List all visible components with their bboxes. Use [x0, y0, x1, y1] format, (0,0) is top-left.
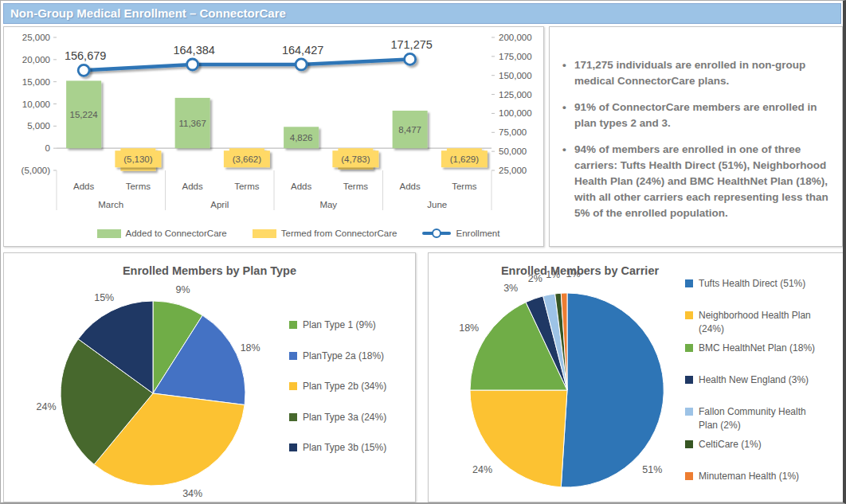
pie-percent-label: 34% [182, 488, 202, 499]
enrollment-value-label: 171,275 [390, 38, 432, 51]
left-axis-tick-label: 20,000 [22, 55, 50, 64]
left-axis-tick-label: 25,000 [22, 33, 50, 42]
category-label: Terms [343, 182, 369, 191]
legend-swatch [289, 321, 297, 329]
pie-percent-label: 3% [503, 283, 518, 294]
right-axis-tick-label: 25,000 [499, 166, 527, 175]
enrollment-combo-chart: 25,00020,00015,00010,0005,0000(5,000)200… [4, 27, 543, 223]
legend-label: BMC HealthNet Plan (18%) [699, 342, 815, 354]
legend-swatch [289, 443, 297, 451]
legend-swatch [685, 376, 693, 384]
month-label: April [210, 200, 229, 209]
legend-item: Neighborhood Health Plan (24%) [685, 309, 824, 336]
carrier-pie-panel[interactable]: Enrolled Members by Carrier 51%24%18%3%2… [428, 252, 844, 502]
pie-percent-label: 15% [94, 292, 114, 303]
legend-swatch [685, 440, 693, 448]
left-axis-tick-label: 10,000 [22, 100, 50, 109]
plan-type-pie-chart: 9%18%34%24%15% [4, 253, 415, 502]
category-label: Adds [73, 182, 94, 191]
pie-percent-label: 51% [642, 464, 662, 475]
summary-bullet: 94% of members are enrolled in one of th… [561, 142, 834, 221]
legend-label: Minuteman Health (1%) [699, 471, 799, 482]
pie-percent-label: 18% [241, 342, 260, 354]
legend-label: CeltiCare (1%) [699, 439, 762, 450]
legend-label: Tufts Health Direct (51%) [699, 278, 805, 289]
legend-item: Enrollment [422, 229, 499, 238]
right-axis-tick-label: 100,000 [499, 108, 532, 118]
adds-value-label: 8,477 [398, 125, 421, 135]
pie-percent-label: 18% [459, 322, 479, 334]
terms-value-label: (1,629) [450, 154, 480, 164]
legend-item: CeltiCare (1%) [685, 438, 824, 451]
terms-value-label: (4,783) [341, 154, 370, 164]
legend-swatch [289, 382, 297, 390]
category-label: Terms [452, 182, 477, 191]
enrollment-marker [78, 64, 89, 76]
legend-item: Minuteman Health (1%) [685, 470, 824, 483]
month-label: June [427, 200, 447, 209]
legend-item: Plan Type 1 (9%) [289, 318, 429, 332]
right-axis-tick-label: 75,000 [499, 127, 527, 137]
legend-swatch [685, 472, 693, 480]
month-label: May [319, 200, 337, 209]
enrollment-marker [296, 59, 307, 70]
summary-bullet: 171,275 individuals are enrolled in non-… [561, 57, 834, 89]
enrollment-combo-chart-panel[interactable]: 25,00020,00015,00010,0005,0000(5,000)200… [3, 26, 544, 247]
legend-item: Added to ConnectorCare [97, 229, 227, 238]
legend-swatch [685, 311, 693, 319]
legend-label: Neighborhood Health Plan (24%) [699, 310, 811, 334]
month-label: March [98, 200, 123, 209]
enrollment-marker [405, 53, 416, 64]
summary-panel: 171,275 individuals are enrolled in non-… [549, 26, 843, 247]
adds-value-label: 15,224 [70, 110, 99, 119]
enrollment-value-label: 164,384 [173, 44, 214, 57]
legend-item: Plan Type 3a (24%) [289, 411, 429, 424]
legend-item: PlanType 2a (18%) [289, 350, 429, 363]
enrollment-value-label: 156,679 [65, 49, 106, 62]
legend-item: Tufts Health Direct (51%) [685, 277, 824, 291]
right-axis-tick-label: 175,000 [499, 52, 532, 61]
legend-swatch [685, 408, 693, 416]
legend-label: Termed from ConnectorCare [281, 229, 398, 238]
category-label: Terms [234, 182, 260, 191]
legend-item: Plan Type 3b (15%) [289, 441, 429, 455]
pie-percent-label: 24% [472, 464, 492, 475]
connectorcare-dashboard: Non-Group Medical Enrollment – Connector… [0, 0, 846, 504]
enrollment-line [84, 59, 410, 70]
enrollment-value-label: 164,427 [282, 44, 323, 57]
legend-label: PlanType 2a (18%) [303, 350, 384, 361]
category-label: Terms [126, 182, 151, 191]
pie-percent-label: 1% [546, 269, 560, 280]
enrollment-line-swatch [422, 232, 451, 236]
legend-label: Enrollment [456, 229, 499, 238]
legend-label: Plan Type 3a (24%) [303, 412, 386, 423]
legend-swatch [97, 229, 121, 238]
summary-bullet-list: 171,275 individuals are enrolled in non-… [550, 27, 842, 221]
pie-percent-label: 2% [528, 273, 542, 284]
left-axis-tick-label: 0 [45, 143, 50, 153]
page-title: Non-Group Medical Enrollment – Connector… [3, 3, 841, 24]
right-axis-tick-label: 50,000 [499, 147, 527, 156]
legend-swatch [289, 352, 297, 360]
legend-item: Health New England (3%) [685, 373, 824, 387]
plan-type-pie-panel[interactable]: Enrolled Members by Plan Type 9%18%34%24… [3, 252, 416, 502]
legend-label: Plan Type 1 (9%) [303, 319, 376, 330]
enrollment-marker [187, 59, 198, 70]
left-axis-tick-label: 15,000 [22, 77, 50, 87]
left-axis-tick-label: (5,000) [22, 166, 51, 175]
right-axis-tick-label: 150,000 [499, 71, 532, 80]
category-label: Adds [400, 182, 421, 191]
legend-item: Plan Type 2b (34%) [289, 380, 429, 393]
legend-label: Health New England (3%) [699, 374, 809, 385]
left-axis-tick-label: 5,000 [27, 121, 50, 131]
right-axis-tick-label: 125,000 [499, 90, 532, 100]
summary-bullet: 91% of ConnectorCare members are enrolle… [561, 100, 834, 131]
pie-percent-label: 24% [37, 401, 57, 412]
legend-item: BMC HealthNet Plan (18%) [685, 342, 824, 355]
legend-swatch [253, 229, 276, 238]
terms-value-label: (5,130) [123, 154, 153, 164]
legend-label: Added to ConnectorCare [126, 229, 227, 238]
legend-swatch [289, 413, 297, 421]
adds-value-label: 4,826 [290, 133, 313, 143]
adds-value-label: 11,367 [178, 119, 206, 128]
